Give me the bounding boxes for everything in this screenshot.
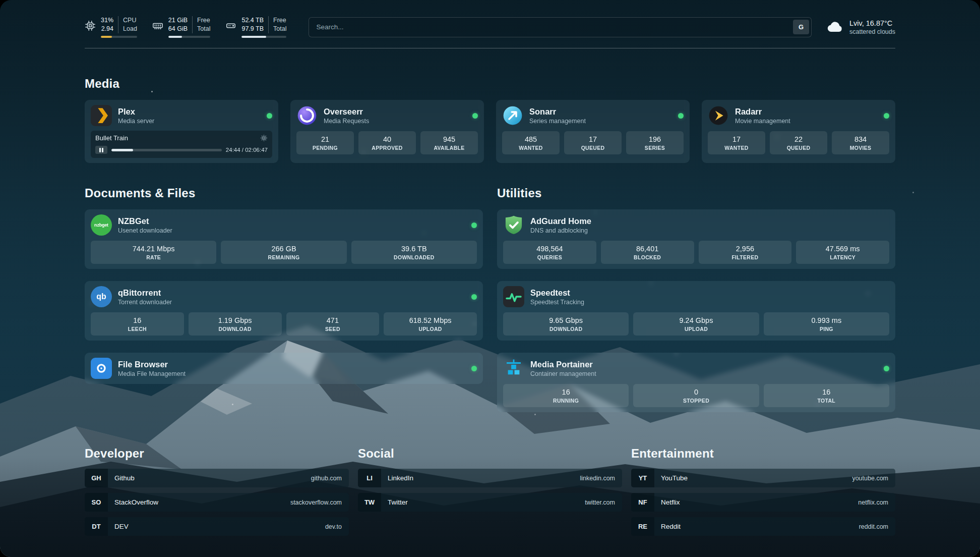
- stat-label: MOVIES: [834, 145, 887, 151]
- memory-total-value: 64 GiB: [168, 25, 192, 33]
- stat-value: 39.6 TB: [353, 245, 475, 253]
- stat-latency: 47.569 ms LATENCY: [796, 241, 889, 264]
- stat-downloaded: 39.6 TB DOWNLOADED: [351, 241, 477, 264]
- stat-label: SEED: [288, 326, 378, 332]
- status-dot: [884, 113, 889, 119]
- bookmark-linkedin[interactable]: LI LinkedIn linkedin.com: [358, 469, 622, 487]
- stat-value: 9.65 Gbps: [505, 316, 627, 324]
- bookmark-netflix[interactable]: NF Netflix netflix.com: [631, 493, 895, 512]
- disk-icon: [225, 20, 236, 31]
- sonarr-icon: [502, 105, 523, 126]
- stat-wanted: 485 WANTED: [502, 131, 560, 154]
- bookmark-abbr: SO: [85, 493, 108, 512]
- bookmark-dev[interactable]: DT DEV dev.to: [85, 517, 349, 536]
- search-provider-button[interactable]: G: [793, 20, 809, 34]
- service-subtitle: Usenet downloader: [118, 227, 465, 234]
- service-card-radarr[interactable]: Radarr Movie management 17 WANTED 22 QUE…: [702, 100, 895, 163]
- qbittorrent-icon: qb: [91, 286, 112, 307]
- service-name: Speedtest: [530, 288, 889, 298]
- stat-label: UPLOAD: [635, 326, 757, 332]
- section-title-entertainment: Entertainment: [631, 447, 895, 461]
- bookmark-stackoverflow[interactable]: SO StackOverflow stackoverflow.com: [85, 493, 349, 512]
- status-dot: [472, 113, 478, 119]
- service-card-plex[interactable]: Plex Media server Bullet Train: [85, 100, 278, 163]
- service-card-overseerr[interactable]: Overseerr Media Requests 21 PENDING 40 A…: [290, 100, 484, 163]
- stat-label: QUEUED: [772, 145, 825, 151]
- documents-column: Documents & Files nzbget NZBGet Usenet d…: [85, 163, 483, 396]
- service-subtitle: Movie management: [735, 118, 878, 125]
- bookmark-github[interactable]: GH Github github.com: [85, 469, 349, 487]
- service-subtitle: Series management: [529, 118, 672, 125]
- stat-value: 16: [766, 388, 887, 396]
- stat-upload: 9.24 Gbps UPLOAD: [633, 312, 759, 336]
- radarr-icon: [708, 105, 729, 126]
- overseerr-icon: [296, 105, 318, 126]
- bookmark-reddit[interactable]: RE Reddit reddit.com: [631, 517, 895, 536]
- bookmark-name: StackOverflow: [108, 498, 158, 506]
- status-dot: [678, 113, 684, 119]
- bookmark-group-developer: Developer GH Github github.com SO StackO…: [85, 447, 349, 541]
- disk-free-label: Free: [268, 16, 286, 25]
- stat-value: 2,956: [701, 245, 790, 253]
- bookmark-url: twitter.com: [585, 499, 622, 506]
- stat-stopped: 0 STOPPED: [633, 384, 759, 407]
- portainer-icon: [503, 358, 524, 379]
- stat-value: 86,401: [603, 245, 692, 253]
- section-title-utilities: Utilities: [497, 186, 895, 200]
- service-card-sonarr[interactable]: Sonarr Series management 485 WANTED 17 Q…: [496, 100, 690, 163]
- stat-label: UPLOAD: [386, 326, 475, 332]
- disk-total-label: Total: [268, 25, 286, 33]
- service-name: Sonarr: [529, 107, 672, 117]
- stat-value: 17: [566, 135, 620, 143]
- stat-label: SERIES: [628, 145, 682, 151]
- stat-value: 47.569 ms: [798, 245, 887, 253]
- service-card-nzbget[interactable]: nzbget NZBGet Usenet downloader 744.21 M…: [85, 209, 483, 269]
- service-card-portainer[interactable]: Media Portainer Container management 16 …: [497, 353, 895, 412]
- stat-label: PING: [766, 326, 887, 332]
- service-card-adguard[interactable]: AdGuard Home DNS and adblocking 498,564 …: [497, 209, 895, 269]
- stat-download: 9.65 Gbps DOWNLOAD: [503, 312, 629, 336]
- pause-button[interactable]: [95, 146, 107, 154]
- stat-value: 471: [288, 316, 378, 324]
- now-playing-title: Bullet Train: [95, 134, 260, 142]
- disk-total-value: 97.9 TB: [241, 25, 268, 33]
- stat-label: REMAINING: [223, 254, 344, 260]
- bookmark-group-social: Social LI LinkedIn linkedin.com TW Twitt…: [358, 447, 622, 541]
- stat-label: DOWNLOAD: [505, 326, 627, 332]
- search-input[interactable]: [309, 17, 812, 37]
- stat-value: 744.21 Mbps: [93, 245, 214, 253]
- stat-label: STOPPED: [635, 398, 757, 404]
- service-card-qbittorrent[interactable]: qb qBittorrent Torrent downloader 16 LEE…: [85, 281, 483, 341]
- gear-icon[interactable]: [260, 134, 268, 142]
- playback-progress-fill: [111, 149, 133, 151]
- service-card-filebrowser[interactable]: File Browser Media File Management: [85, 353, 483, 384]
- top-bar: 31% CPU 2.94 Load 21 GiB Free: [0, 0, 980, 38]
- stat-ping: 0.993 ms PING: [764, 312, 889, 336]
- stat-upload: 618.52 Mbps UPLOAD: [384, 312, 477, 336]
- stat-label: WANTED: [710, 145, 763, 151]
- stat-remaining: 266 GB REMAINING: [221, 241, 346, 264]
- service-card-speedtest[interactable]: Speedtest Speedtest Tracking 9.65 Gbps D…: [497, 281, 895, 341]
- stat-label: LATENCY: [798, 254, 887, 260]
- status-dot: [267, 113, 272, 119]
- memory-total-label: Total: [192, 25, 210, 33]
- bookmark-group-entertainment: Entertainment YT YouTube youtube.com NF …: [631, 447, 895, 541]
- stat-wanted: 17 WANTED: [708, 131, 765, 154]
- bookmark-twitter[interactable]: TW Twitter twitter.com: [358, 493, 622, 512]
- bookmark-url: dev.to: [325, 523, 349, 530]
- stat-label: TOTAL: [766, 398, 887, 404]
- playback-progress-bar[interactable]: [111, 149, 222, 151]
- bookmark-youtube[interactable]: YT YouTube youtube.com: [631, 469, 895, 487]
- bookmark-abbr: YT: [631, 469, 654, 487]
- bookmark-url: netflix.com: [858, 499, 895, 506]
- cpu-load-value: 2.94: [101, 25, 118, 33]
- stat-value: 40: [360, 135, 414, 143]
- weather-widget: Lviv, 16.87°C scattered clouds: [826, 18, 895, 36]
- stat-label: PENDING: [298, 145, 352, 151]
- memory-free-label: Free: [192, 16, 210, 25]
- cpu-load-label: Load: [118, 25, 137, 33]
- stat-value: 485: [504, 135, 558, 143]
- stat-label: LEECH: [93, 326, 182, 332]
- playback-time: 24:44 / 02:06:47: [226, 147, 268, 153]
- bookmark-abbr: DT: [85, 517, 108, 536]
